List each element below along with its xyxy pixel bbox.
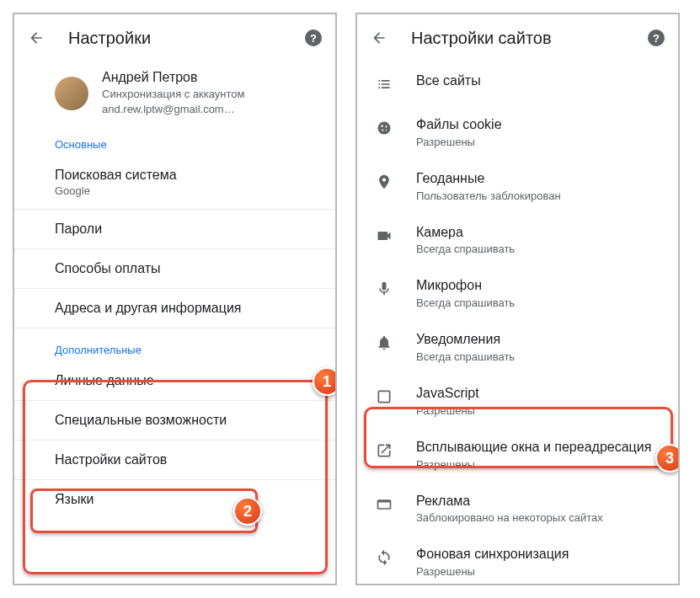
javascript-icon bbox=[374, 387, 394, 407]
page-title: Настройки сайтов bbox=[411, 29, 648, 48]
row-title: Всплывающие окна и переадресация bbox=[416, 439, 665, 457]
site-settings-screen: Настройки сайтов ? Все сайты Файлы cooki… bbox=[355, 13, 680, 585]
javascript-row[interactable]: JavaScript Разрешены bbox=[357, 374, 678, 428]
badge-3: 3 bbox=[655, 444, 680, 473]
search-engine-row[interactable]: Поисковая система Google bbox=[14, 156, 335, 210]
location-row[interactable]: Геоданные Пользователь заблокирован bbox=[357, 159, 678, 213]
row-title: Способы оплаты bbox=[55, 261, 322, 276]
privacy-row[interactable]: Личные данные bbox=[14, 361, 335, 401]
back-arrow-icon[interactable] bbox=[28, 29, 45, 46]
row-title: Файлы cookie bbox=[416, 116, 665, 134]
row-subtitle: Google bbox=[55, 184, 322, 197]
ads-row[interactable]: Реклама Заблокировано на некоторых сайта… bbox=[357, 482, 678, 536]
row-subtitle: Всегда спрашивать bbox=[416, 243, 665, 255]
svg-point-2 bbox=[385, 125, 387, 127]
row-subtitle: Разрешены bbox=[416, 136, 665, 148]
microphone-row[interactable]: Микрофон Всегда спрашивать bbox=[357, 266, 678, 320]
row-subtitle: Пользователь заблокирован bbox=[416, 190, 665, 202]
row-title: Настройки сайтов bbox=[55, 452, 322, 467]
row-title: Все сайты bbox=[416, 72, 665, 90]
help-icon[interactable]: ? bbox=[648, 29, 665, 46]
bell-icon bbox=[374, 333, 394, 353]
site-settings-row[interactable]: Настройки сайтов bbox=[14, 440, 335, 480]
row-subtitle: Разрешены bbox=[416, 404, 665, 417]
svg-point-1 bbox=[381, 125, 383, 127]
account-text: Андрей Петров Синхронизация с аккаунтом … bbox=[102, 70, 322, 116]
passwords-row[interactable]: Пароли bbox=[14, 210, 335, 249]
svg-point-3 bbox=[382, 129, 383, 131]
row-title: Геоданные bbox=[416, 170, 665, 188]
notifications-row[interactable]: Уведомления Всегда спрашивать bbox=[357, 320, 678, 374]
svg-rect-7 bbox=[378, 500, 391, 503]
section-extra-label: Дополнительные bbox=[14, 328, 335, 361]
svg-point-0 bbox=[378, 122, 391, 135]
settings-screen: Настройки ? Андрей Петров Синхронизация … bbox=[13, 13, 337, 585]
row-subtitle: Всегда спрашивать bbox=[416, 350, 665, 363]
row-title: JavaScript bbox=[416, 385, 665, 403]
languages-row[interactable]: Языки bbox=[14, 480, 335, 519]
badge-2: 2 bbox=[233, 497, 262, 526]
list-icon bbox=[374, 74, 394, 94]
row-title: Фоновая синхронизация bbox=[416, 546, 665, 563]
account-sync-status: Синхронизация с аккаунтом and.rew.lptw@g… bbox=[102, 87, 322, 116]
help-icon[interactable]: ? bbox=[305, 29, 322, 46]
page-title: Настройки bbox=[68, 29, 305, 48]
all-sites-row[interactable]: Все сайты bbox=[357, 61, 678, 105]
row-title: Личные данные bbox=[55, 373, 322, 388]
row-title: Реклама bbox=[416, 493, 665, 510]
row-subtitle: Разрешены bbox=[416, 458, 665, 471]
cookies-row[interactable]: Файлы cookie Разрешены bbox=[357, 105, 678, 159]
camera-icon bbox=[374, 226, 394, 246]
location-icon bbox=[374, 172, 394, 192]
row-title: Специальные возможности bbox=[55, 413, 322, 428]
popup-icon bbox=[374, 440, 394, 461]
ads-icon bbox=[374, 494, 394, 515]
addresses-row[interactable]: Адреса и другая информация bbox=[14, 289, 335, 328]
row-title: Пароли bbox=[55, 222, 322, 237]
row-title: Адреса и другая информация bbox=[55, 301, 322, 316]
back-arrow-icon[interactable] bbox=[371, 29, 387, 46]
accessibility-row[interactable]: Специальные возможности bbox=[14, 401, 335, 440]
avatar bbox=[55, 77, 88, 110]
section-main-label: Основные bbox=[14, 128, 335, 156]
sync-icon bbox=[374, 547, 394, 568]
popups-row[interactable]: Всплывающие окна и переадресация Разреше… bbox=[357, 428, 678, 482]
account-row[interactable]: Андрей Петров Синхронизация с аккаунтом … bbox=[14, 61, 335, 128]
cookie-icon bbox=[374, 118, 394, 138]
svg-rect-5 bbox=[378, 391, 389, 402]
bgsync-row[interactable]: Фоновая синхронизация Разрешены bbox=[357, 535, 678, 585]
badge-1: 1 bbox=[313, 367, 337, 396]
row-subtitle: Заблокировано на некоторых сайтах bbox=[416, 511, 665, 524]
microphone-icon bbox=[374, 279, 394, 299]
row-title: Камера bbox=[416, 224, 665, 242]
row-title: Уведомления bbox=[416, 331, 665, 349]
row-subtitle: Всегда спрашивать bbox=[416, 296, 665, 309]
row-title: Языки bbox=[55, 492, 322, 507]
svg-point-4 bbox=[386, 130, 387, 131]
header: Настройки ? bbox=[14, 14, 335, 61]
row-title: Микрофон bbox=[416, 277, 665, 295]
row-subtitle: Разрешены bbox=[416, 565, 665, 578]
account-name: Андрей Петров bbox=[102, 70, 322, 85]
payment-row[interactable]: Способы оплаты bbox=[14, 249, 335, 289]
header: Настройки сайтов ? bbox=[357, 14, 678, 61]
camera-row[interactable]: Камера Всегда спрашивать bbox=[357, 213, 678, 267]
row-title: Поисковая система bbox=[55, 168, 322, 183]
